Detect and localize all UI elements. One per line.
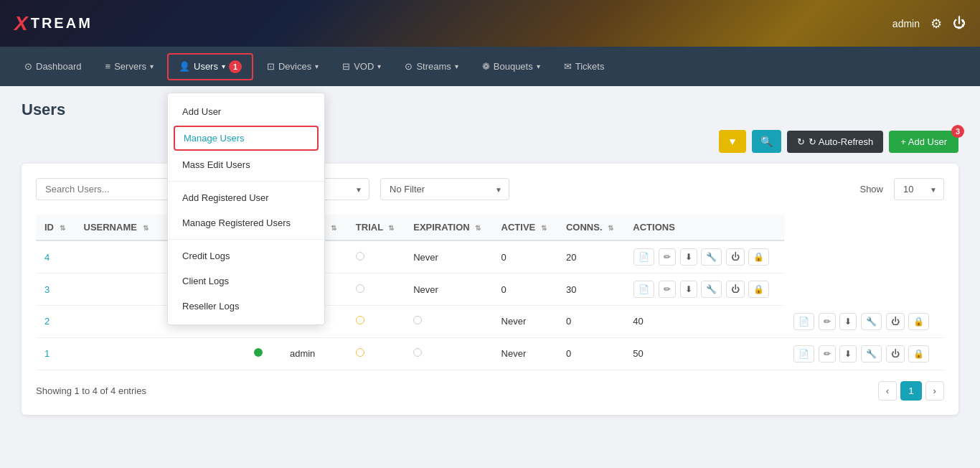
page-title: Users (22, 100, 958, 119)
nav-servers[interactable]: ≡ Servers ▾ (95, 55, 164, 78)
pagination: Showing 1 to 4 of 4 entries ‹ 1 › (36, 381, 944, 401)
search-button[interactable]: 🔍 (752, 130, 781, 153)
action-lock-button[interactable]: 🔒 (908, 345, 929, 362)
cell-id: 1 (36, 337, 75, 370)
logo: X TREAM (14, 12, 93, 35)
action-info-button[interactable]: 📄 (793, 313, 814, 330)
online-dot (356, 348, 364, 357)
refresh-icon: ↻ (797, 136, 805, 147)
sort-username-icon: ⇅ (143, 224, 149, 232)
cell-s-label: admin (281, 337, 347, 370)
nav-servers-label: Servers (114, 61, 146, 72)
users-badge: 1 (229, 60, 242, 73)
cell-password (160, 337, 245, 370)
action-edit-button[interactable]: ✏ (819, 313, 836, 330)
action-power-button[interactable]: ⏻ (726, 248, 745, 266)
id-link[interactable]: 1 (44, 348, 50, 359)
next-page-button[interactable]: › (925, 381, 944, 401)
id-link[interactable]: 4 (44, 252, 50, 263)
action-tool-button[interactable]: 🔧 (861, 313, 882, 330)
action-download-button[interactable]: ⬇ (839, 313, 857, 330)
id-link[interactable]: 2 (44, 316, 50, 327)
nav-users[interactable]: 👤 Users ▾ 1 (167, 53, 253, 80)
users-dropdown-menu: Add User Manage Users Mass Edit Users Ad… (167, 93, 325, 325)
action-download-button[interactable]: ⬇ (680, 281, 697, 298)
no-filter[interactable]: No Filter (380, 178, 509, 200)
power-icon[interactable]: ⏻ (953, 16, 966, 31)
online-dot (356, 316, 364, 324)
action-tool-button[interactable]: 🔧 (861, 345, 882, 362)
page-1-button[interactable]: 1 (900, 381, 921, 401)
auto-refresh-button[interactable]: ↻ ↻ Auto-Refresh (787, 131, 884, 153)
page-controls: ‹ 1 › (878, 381, 944, 401)
cell-trial (347, 273, 405, 306)
cell-username (75, 240, 160, 273)
show-count[interactable]: 10 25 50 100 (894, 178, 944, 200)
col-actions: ACTIONS (624, 215, 784, 240)
sort-trial-icon: ⇅ (388, 224, 394, 232)
nav-dashboard[interactable]: ⊙ Dashboard (14, 55, 92, 78)
logo-text: TREAM (31, 15, 93, 32)
prev-page-button[interactable]: ‹ (878, 381, 897, 401)
cell-id: 4 (36, 240, 75, 273)
cell-conns: 20 (557, 240, 624, 273)
col-conns: CONNS. ⇅ (557, 215, 624, 240)
action-edit-button[interactable]: ✏ (659, 248, 676, 266)
dashboard-icon: ⊙ (24, 61, 32, 72)
cell-actions: 📄 ✏ ⬇ 🔧 ⏻ 🔒 (624, 273, 784, 306)
action-lock-button[interactable]: 🔒 (748, 281, 769, 298)
action-lock-button[interactable]: 🔒 (908, 313, 929, 330)
action-download-button[interactable]: ⬇ (680, 248, 697, 266)
cell-trial (405, 306, 492, 338)
action-power-button[interactable]: ⏻ (886, 313, 905, 330)
col-trial: TRIAL ⇅ (347, 215, 405, 240)
showing-text: Showing 1 to 4 of 4 entries (36, 385, 146, 396)
cell-actions: 📄 ✏ ⬇ 🔧 ⏻ 🔒 (784, 337, 944, 370)
cell-active: 0 (493, 273, 557, 306)
devices-chevron-icon: ▾ (315, 62, 319, 70)
id-link[interactable]: 3 (44, 284, 50, 295)
action-power-button[interactable]: ⏻ (726, 281, 745, 298)
dropdown-add-user[interactable]: Add User (168, 99, 324, 124)
add-user-button[interactable]: + Add User 3 (889, 131, 958, 153)
action-tool-button[interactable]: 🔧 (701, 248, 722, 266)
dropdown-mass-edit-users[interactable]: Mass Edit Users (168, 152, 324, 177)
dropdown-add-registered-user[interactable]: Add Registered User (168, 185, 324, 210)
dropdown-credit-logs[interactable]: Credit Logs (168, 243, 324, 268)
nav-tickets-label: Tickets (575, 61, 605, 72)
dropdown-manage-registered-users[interactable]: Manage Registered Users (168, 210, 324, 235)
streams-icon: ⊙ (405, 61, 413, 72)
action-info-button[interactable]: 📄 (633, 281, 654, 298)
nav-vod[interactable]: ⊟ VOD ▾ (332, 55, 391, 78)
filter-button[interactable]: ▼ (719, 130, 746, 153)
nav-streams[interactable]: ⊙ Streams ▾ (395, 55, 468, 78)
action-tool-button[interactable]: 🔧 (701, 281, 722, 298)
nav-devices[interactable]: ⊡ Devices ▾ (257, 55, 329, 78)
action-download-button[interactable]: ⬇ (839, 345, 857, 362)
action-edit-button[interactable]: ✏ (659, 281, 676, 298)
cell-conns: 50 (624, 337, 784, 370)
dropdown-manage-users[interactable]: Manage Users (174, 126, 319, 151)
sort-conns-icon: ⇅ (608, 224, 613, 232)
main-content: Users ▼ 🔍 ↻ ↻ Auto-Refresh + Add User 3 … (0, 86, 980, 468)
bouquets-icon: ❁ (482, 61, 490, 72)
action-info-button[interactable]: 📄 (633, 248, 654, 266)
users-icon: 👤 (179, 61, 190, 72)
dropdown-reseller-logs[interactable]: Reseller Logs (168, 294, 324, 319)
action-lock-button[interactable]: 🔒 (748, 248, 769, 266)
cell-s (245, 337, 281, 370)
add-user-badge: 3 (951, 125, 964, 138)
gear-icon[interactable]: ⚙ (930, 16, 942, 32)
dropdown-client-logs[interactable]: Client Logs (168, 268, 324, 294)
s-dot-green (254, 348, 263, 357)
users-chevron-icon: ▾ (222, 62, 225, 70)
action-edit-button[interactable]: ✏ (819, 345, 836, 362)
trial-dot (356, 284, 364, 293)
nav-bouquets[interactable]: ❁ Bouquets ▾ (472, 55, 550, 78)
cell-id: 3 (36, 273, 75, 306)
nav-tickets[interactable]: ✉ Tickets (554, 55, 615, 78)
devices-icon: ⊡ (267, 61, 275, 72)
action-power-button[interactable]: ⏻ (886, 345, 905, 362)
nav-devices-label: Devices (278, 61, 311, 72)
action-info-button[interactable]: 📄 (793, 345, 814, 362)
